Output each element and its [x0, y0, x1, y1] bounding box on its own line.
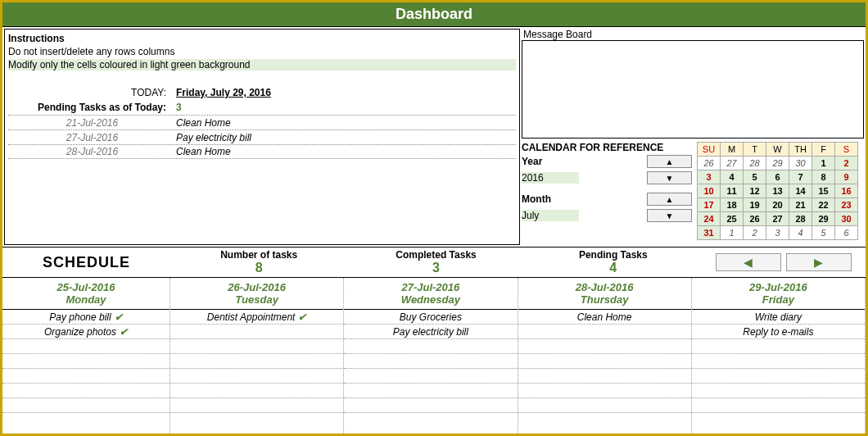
task-cell[interactable]: Pay electricity bill: [344, 325, 517, 339]
cal-day[interactable]: 10: [698, 184, 721, 198]
cal-day[interactable]: 20: [766, 198, 789, 212]
task-cell[interactable]: [518, 369, 691, 384]
task-cell[interactable]: [344, 398, 517, 413]
month-down-button[interactable]: ▼: [647, 209, 692, 222]
task-cell[interactable]: [170, 354, 343, 369]
task-cell[interactable]: [518, 339, 691, 354]
year-up-button[interactable]: ▲: [647, 155, 692, 168]
pending-task-name: Pay electricity bill: [176, 132, 251, 143]
task-cell[interactable]: [170, 339, 343, 354]
cal-day[interactable]: 29: [766, 157, 789, 170]
cal-day[interactable]: 26: [744, 212, 766, 226]
task-cell[interactable]: [344, 339, 517, 354]
task-cell[interactable]: [170, 398, 343, 413]
pending-task-list: 21-Jul-2016Clean Home27-Jul-2016Pay elec…: [8, 115, 516, 159]
cal-day[interactable]: 12: [744, 184, 766, 198]
task-cell[interactable]: [692, 339, 865, 354]
task-cell[interactable]: [692, 398, 865, 413]
cal-day[interactable]: 29: [812, 212, 835, 226]
task-cell[interactable]: [518, 398, 691, 413]
top-area: Instructions Do not insert/delete any ro…: [2, 27, 866, 247]
cal-day[interactable]: 2: [744, 226, 766, 240]
cal-day[interactable]: 28: [789, 212, 812, 226]
cal-day[interactable]: 27: [721, 157, 744, 170]
check-icon: ✔: [120, 326, 128, 338]
task-cell[interactable]: [170, 384, 343, 398]
cal-dow: TH: [789, 143, 812, 157]
month-up-button[interactable]: ▲: [647, 193, 692, 206]
task-cell[interactable]: Buy Groceries: [344, 310, 517, 325]
cal-day[interactable]: 25: [721, 212, 744, 226]
task-cell[interactable]: [692, 354, 865, 369]
year-value[interactable]: 2016: [522, 172, 579, 184]
day-header: 25-Jul-2016Monday: [2, 278, 170, 310]
cal-day[interactable]: 21: [789, 198, 812, 212]
cal-day[interactable]: 24: [698, 212, 721, 226]
task-cell[interactable]: [344, 354, 517, 369]
day-date: 29-Jul-2016: [692, 281, 865, 293]
cal-day[interactable]: 7: [789, 170, 812, 184]
day-name: Wednesday: [344, 293, 517, 306]
cal-day[interactable]: 27: [766, 212, 789, 226]
task-cell[interactable]: Pay phone bill✔: [2, 310, 170, 325]
cal-day[interactable]: 30: [835, 212, 858, 226]
cal-day[interactable]: 2: [835, 157, 858, 170]
task-cell[interactable]: [344, 384, 517, 398]
task-cell[interactable]: [170, 325, 343, 339]
task-cell[interactable]: [692, 369, 865, 384]
cal-day[interactable]: 30: [789, 157, 812, 170]
task-text: Reply to e-mails: [743, 326, 813, 338]
message-board-box[interactable]: [522, 40, 864, 139]
cal-day[interactable]: 1: [812, 157, 835, 170]
month-value[interactable]: July: [522, 210, 579, 221]
task-cell[interactable]: [518, 384, 691, 398]
cal-day[interactable]: 3: [698, 170, 721, 184]
next-week-button[interactable]: ▶: [786, 253, 852, 271]
task-cell[interactable]: [2, 354, 170, 369]
task-cell[interactable]: Reply to e-mails: [692, 325, 865, 339]
cal-day[interactable]: 11: [721, 184, 744, 198]
cal-day[interactable]: 22: [812, 198, 835, 212]
cal-day[interactable]: 6: [766, 170, 789, 184]
cal-day[interactable]: 4: [721, 170, 744, 184]
task-cell[interactable]: Dentist Appointment✔: [170, 310, 343, 325]
day-header: 28-Jul-2016Thursday: [518, 278, 691, 310]
task-cell[interactable]: [692, 384, 865, 398]
cal-day[interactable]: 14: [789, 184, 812, 198]
cal-day[interactable]: 5: [744, 170, 766, 184]
task-cell[interactable]: Organize photos✔: [2, 325, 170, 339]
day-name: Monday: [2, 293, 170, 306]
num-tasks-value: 8: [170, 261, 347, 275]
day-date: 27-Jul-2016: [344, 281, 517, 293]
cal-day[interactable]: 28: [744, 157, 766, 170]
cal-day[interactable]: 3: [766, 226, 789, 240]
right-panel: Message Board CALENDAR FOR REFERENCE Yea…: [522, 29, 864, 245]
task-cell[interactable]: [2, 339, 170, 354]
task-cell[interactable]: [2, 384, 170, 398]
cal-day[interactable]: 8: [812, 170, 835, 184]
task-cell[interactable]: [2, 369, 170, 384]
task-cell[interactable]: [2, 398, 170, 413]
task-cell[interactable]: Clean Home: [518, 310, 691, 325]
task-cell[interactable]: [170, 369, 343, 384]
task-cell[interactable]: Write diary: [692, 310, 865, 325]
task-cell[interactable]: [518, 325, 691, 339]
cal-day[interactable]: 19: [744, 198, 766, 212]
cal-day[interactable]: 18: [721, 198, 744, 212]
prev-week-button[interactable]: ◀: [716, 253, 781, 271]
cal-day[interactable]: 23: [835, 198, 858, 212]
cal-day[interactable]: 1: [721, 226, 744, 240]
cal-day[interactable]: 15: [812, 184, 835, 198]
cal-day[interactable]: 9: [835, 170, 858, 184]
cal-day[interactable]: 13: [766, 184, 789, 198]
task-cell[interactable]: [518, 354, 691, 369]
cal-day[interactable]: 4: [789, 226, 812, 240]
year-down-button[interactable]: ▼: [647, 171, 692, 184]
cal-day[interactable]: 17: [698, 198, 721, 212]
cal-day[interactable]: 26: [698, 157, 721, 170]
cal-day[interactable]: 6: [835, 226, 858, 240]
cal-day[interactable]: 5: [812, 226, 835, 240]
cal-day[interactable]: 16: [835, 184, 858, 198]
cal-day[interactable]: 31: [698, 226, 721, 240]
task-cell[interactable]: [344, 369, 517, 384]
